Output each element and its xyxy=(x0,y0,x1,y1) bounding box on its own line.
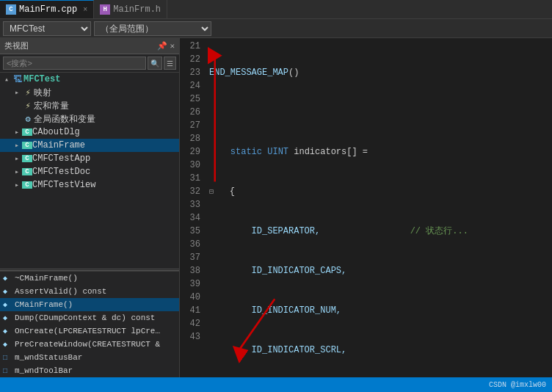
search-input[interactable] xyxy=(3,57,146,70)
tree-icon-mapping: ⚡ xyxy=(22,87,34,98)
tree-icon-globals: ⚙ xyxy=(22,114,34,125)
tree-label-cmainframe: CMainFrame xyxy=(32,140,85,150)
toolbar-row: MFCTest （全局范围） xyxy=(0,19,552,38)
member-icon-6: □ xyxy=(3,354,15,362)
member-constructor[interactable]: ◆ CMainFrame() xyxy=(0,298,179,311)
line-num-43: 43 xyxy=(180,330,200,344)
member-list: ◆ ~CMainFrame() ◆ AssertValid() const ◆ … xyxy=(0,271,179,377)
member-icon-2: ◆ xyxy=(3,300,15,309)
class-selector[interactable]: MFCTest xyxy=(3,21,91,36)
line-num-23: 23 xyxy=(180,66,200,79)
tab-icon: C xyxy=(6,4,16,15)
tree-label-cmfctestview: CMFCTestView xyxy=(32,180,95,190)
list-button[interactable]: ☰ xyxy=(164,57,176,70)
tree-icon-root: 🏗 xyxy=(12,74,23,85)
tab-label-h: MainFrm.h xyxy=(113,4,161,15)
line-num-30: 30 xyxy=(180,159,200,172)
member-icon-0: ◆ xyxy=(3,274,15,283)
line-num-33: 33 xyxy=(180,198,200,211)
tree-label-globals: 全局函数和变量 xyxy=(34,113,95,126)
member-assertvalid[interactable]: ◆ AssertValid() const xyxy=(0,285,179,298)
panel-title: 类视图 xyxy=(4,40,29,51)
line-num-32: 32 xyxy=(180,185,200,198)
tab-h-icon: H xyxy=(100,4,110,15)
line-num-42: 42 xyxy=(180,317,200,330)
tree-arrow-mapping: ▸ xyxy=(12,88,22,97)
member-label-4: OnCreate(LPCREATESTRUCT lpCreat xyxy=(15,327,161,335)
tab-mainfrm-h[interactable]: H MainFrm.h xyxy=(94,0,167,18)
member-icon-5: ◆ xyxy=(3,340,15,349)
tree-arrow-cmainframe: ▸ xyxy=(12,141,22,150)
code-lines[interactable]: END_MESSAGE_MAP() static UINT indicators… xyxy=(206,38,552,377)
panel-header-left: 类视图 xyxy=(4,40,29,51)
tree-item-cmainframe[interactable]: ▸ C CMainFrame xyxy=(0,139,179,152)
member-icon-4: ◆ xyxy=(3,327,15,335)
class-tree: ▴ 🏗 MFCTest ▸ ⚡ 映射 ⚡ 宏和常量 xyxy=(0,73,179,269)
scope-selector[interactable]: （全局范围） xyxy=(94,21,211,36)
line-num-28: 28 xyxy=(180,132,200,145)
tree-label-caboutdlg: CAboutDlg xyxy=(32,127,80,137)
tree-icon-cmfctestdoc: C xyxy=(22,168,32,175)
line-numbers: 21 22 23 24 25 26 27 28 29 30 31 32 33 3… xyxy=(180,38,206,377)
line-num-38: 38 xyxy=(180,264,200,277)
tree-item-cmfctestdoc[interactable]: ▸ C CMFCTestDoc xyxy=(0,165,179,178)
tree-item-globals[interactable]: ⚙ 全局函数和变量 xyxy=(0,112,179,126)
tree-item-cmfctestapp[interactable]: ▸ C CMFCTestApp xyxy=(0,152,179,165)
member-label-2: CMainFrame() xyxy=(15,300,73,309)
tab-close-cpp[interactable]: × xyxy=(80,6,87,14)
tree-label-macros: 宏和常量 xyxy=(34,100,69,112)
member-statusbar[interactable]: □ m_wndStatusBar xyxy=(0,351,179,364)
tab-mainfrm-cpp[interactable]: C MainFrm.cpp × xyxy=(0,0,94,18)
tree-label-root: MFCTest xyxy=(23,74,60,84)
member-dump[interactable]: ◆ Dump(CDumpContext & dc) const xyxy=(0,311,179,324)
status-watermark: CSDN @imxlw00 xyxy=(489,381,546,389)
code-line-26: ID_INDICATOR_CAPS, xyxy=(209,264,552,277)
member-label-6: m_wndStatusBar xyxy=(15,353,82,362)
code-line-27: ID_INDICATOR_NUM, xyxy=(209,304,552,317)
code-line-22 xyxy=(209,106,552,119)
code-line-28: ID_INDICATOR_SCRL, xyxy=(209,344,552,357)
panel-header: 类视图 📌 ✕ xyxy=(0,38,179,54)
tree-item-macros[interactable]: ⚡ 宏和常量 xyxy=(0,99,179,112)
line-num-35: 35 xyxy=(180,225,200,238)
left-panel: 类视图 📌 ✕ 🔍 ☰ ▴ 🏗 MFCTes xyxy=(0,38,180,377)
member-oncreate[interactable]: ◆ OnCreate(LPCREATESTRUCT lpCreat xyxy=(0,324,179,338)
panel-close-icon[interactable]: ✕ xyxy=(170,41,175,51)
line-num-22: 22 xyxy=(180,53,200,66)
tree-icon-macros: ⚡ xyxy=(22,101,34,112)
tree-arrow-root: ▴ xyxy=(1,75,12,84)
line-num-40: 40 xyxy=(180,291,200,304)
search-button[interactable]: 🔍 xyxy=(148,57,162,70)
line-num-26: 26 xyxy=(180,106,200,119)
member-icon-1: ◆ xyxy=(3,287,15,296)
code-content[interactable]: 21 22 23 24 25 26 27 28 29 30 31 32 33 3… xyxy=(180,38,552,377)
member-label-0: ~CMainFrame() xyxy=(15,274,78,283)
member-icon-3: ◆ xyxy=(3,313,15,322)
code-line-24: ⊟ { xyxy=(209,185,552,198)
line-num-31: 31 xyxy=(180,172,200,185)
code-line-23: static UINT indicators[] = xyxy=(209,145,552,159)
member-destructor[interactable]: ◆ ~CMainFrame() xyxy=(0,272,179,285)
tree-label-cmfctestdoc: CMFCTestDoc xyxy=(32,167,90,177)
line-num-25: 25 xyxy=(180,92,200,106)
search-bar: 🔍 ☰ xyxy=(0,54,179,73)
tree-item-cmfctestview[interactable]: ▸ C CMFCTestView xyxy=(0,178,179,192)
member-label-5: PreCreateWindow(CREATESTRUCT & xyxy=(15,340,160,349)
member-icon-7: □ xyxy=(3,367,15,375)
line-num-36: 36 xyxy=(180,238,200,251)
tree-label-cmfctestapp: CMFCTestApp xyxy=(32,153,90,164)
status-bar: CSDN @imxlw00 xyxy=(0,377,552,392)
tree-arrow-cmfctestapp: ▸ xyxy=(12,154,22,163)
tree-label-mapping: 映射 xyxy=(34,87,51,99)
tree-arrow-caboutdlg: ▸ xyxy=(12,128,22,137)
line-num-21: 21 xyxy=(180,40,200,53)
line-num-41: 41 xyxy=(180,304,200,317)
member-toolbar[interactable]: □ m_wndToolBar xyxy=(0,364,179,377)
tab-bar: C MainFrm.cpp × H MainFrm.h xyxy=(0,0,552,19)
tree-item-caboutdlg[interactable]: ▸ C CAboutDlg xyxy=(0,126,179,139)
tree-item-mapping[interactable]: ▸ ⚡ 映射 xyxy=(0,86,179,99)
tree-item-root[interactable]: ▴ 🏗 MFCTest xyxy=(0,73,179,86)
pin-icon[interactable]: 📌 xyxy=(157,41,167,51)
member-precreatewindow[interactable]: ◆ PreCreateWindow(CREATESTRUCT & xyxy=(0,338,179,351)
tree-icon-cmfctestview: C xyxy=(22,181,32,189)
